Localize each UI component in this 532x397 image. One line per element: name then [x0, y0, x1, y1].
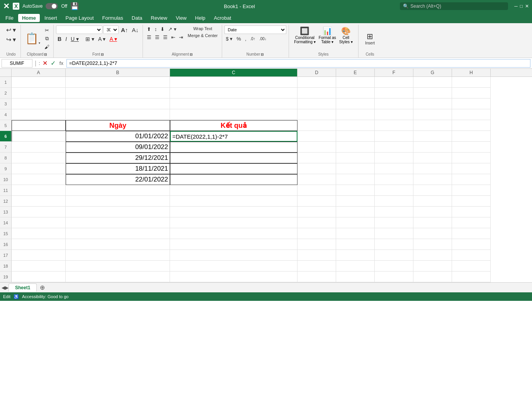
- cell-styles-button[interactable]: 🎨 Cell Styles ▾: [338, 25, 354, 45]
- cell-g13[interactable]: [413, 207, 452, 217]
- wrap-text-button[interactable]: Wrap Text: [186, 25, 219, 32]
- cell-h15[interactable]: [452, 228, 491, 239]
- cell-c13[interactable]: [170, 207, 297, 217]
- cell-b17[interactable]: [66, 250, 170, 261]
- cell-c16[interactable]: [170, 239, 297, 250]
- cell-e14[interactable]: [336, 217, 375, 228]
- cell-d14[interactable]: [297, 217, 336, 228]
- cell-g11[interactable]: [413, 185, 452, 196]
- cell-b1[interactable]: [66, 77, 170, 88]
- add-sheet-button[interactable]: ⊕: [37, 284, 47, 291]
- font-size-select[interactable]: 30: [103, 25, 119, 34]
- decrease-decimal-button[interactable]: .00↓: [258, 36, 268, 42]
- prev-sheet-button[interactable]: ◀: [2, 285, 5, 290]
- save-button[interactable]: 💾: [70, 2, 79, 10]
- cell-e13[interactable]: [336, 207, 375, 217]
- cell-d4[interactable]: [297, 109, 336, 120]
- cell-d17[interactable]: [297, 250, 336, 261]
- formula-colon-icon[interactable]: :: [39, 60, 40, 66]
- cancel-formula-button[interactable]: ✕: [42, 59, 48, 67]
- cell-f13[interactable]: [375, 207, 413, 217]
- angle-text-button[interactable]: ↗ ▾: [167, 25, 178, 33]
- cell-h18[interactable]: [452, 261, 491, 271]
- bottom-align-button[interactable]: ⬇: [159, 25, 166, 33]
- cell-g16[interactable]: [413, 239, 452, 250]
- cell-e4[interactable]: [336, 109, 375, 120]
- number-dialog-icon[interactable]: ⊟: [261, 53, 264, 56]
- cell-h4[interactable]: [452, 109, 491, 120]
- menu-help[interactable]: Help: [191, 14, 209, 22]
- cell-d7[interactable]: [297, 142, 336, 153]
- cell-d9[interactable]: [297, 163, 336, 174]
- cell-b15[interactable]: [66, 228, 170, 239]
- cell-g5[interactable]: [413, 120, 452, 131]
- indent-decrease-button[interactable]: ⇤: [170, 34, 177, 41]
- cell-c6[interactable]: =DATE(2022,1,1)-2*7: [170, 131, 297, 142]
- cell-h1[interactable]: [452, 77, 491, 88]
- cell-a8[interactable]: [12, 153, 66, 163]
- cell-g19[interactable]: [413, 271, 452, 282]
- left-align-button[interactable]: ☰: [145, 34, 153, 41]
- cell-f2[interactable]: [375, 88, 413, 98]
- cell-g17[interactable]: [413, 250, 452, 261]
- cut-button[interactable]: ✂: [43, 27, 51, 34]
- insert-button[interactable]: ⊞ Insert: [363, 31, 377, 46]
- accounting-button[interactable]: $ ▾: [224, 35, 235, 42]
- cell-c19[interactable]: [170, 271, 297, 282]
- cell-e8[interactable]: [336, 153, 375, 163]
- font-dialog-icon[interactable]: ⊟: [101, 53, 104, 56]
- cell-e1[interactable]: [336, 77, 375, 88]
- cell-h12[interactable]: [452, 196, 491, 207]
- alignment-dialog-icon[interactable]: ⊟: [190, 53, 193, 56]
- menu-home[interactable]: Home: [18, 14, 40, 22]
- cell-c7[interactable]: [170, 142, 297, 153]
- cell-h11[interactable]: [452, 185, 491, 196]
- cell-g15[interactable]: [413, 228, 452, 239]
- cell-e17[interactable]: [336, 250, 375, 261]
- cell-h17[interactable]: [452, 250, 491, 261]
- cell-c8[interactable]: [170, 153, 297, 163]
- cell-g18[interactable]: [413, 261, 452, 271]
- cell-g7[interactable]: [413, 142, 452, 153]
- cell-b3[interactable]: [66, 98, 170, 109]
- cell-g3[interactable]: [413, 98, 452, 109]
- col-header-c[interactable]: C: [170, 69, 297, 76]
- cell-f16[interactable]: [375, 239, 413, 250]
- format-painter-button[interactable]: 🖌: [43, 43, 51, 51]
- menu-insert[interactable]: Insert: [41, 14, 61, 22]
- sheet-tab-sheet1[interactable]: Sheet1: [8, 283, 37, 292]
- cell-g4[interactable]: [413, 109, 452, 120]
- cell-h3[interactable]: [452, 98, 491, 109]
- col-header-a[interactable]: A: [12, 69, 66, 76]
- cell-a17[interactable]: [12, 250, 66, 261]
- cell-f1[interactable]: [375, 77, 413, 88]
- cell-d11[interactable]: [297, 185, 336, 196]
- cell-h14[interactable]: [452, 217, 491, 228]
- autosave-toggle[interactable]: [46, 3, 58, 9]
- indent-increase-button[interactable]: ⇥: [177, 34, 185, 41]
- merge-center-button[interactable]: Merge & Center: [186, 32, 219, 39]
- cell-b14[interactable]: [66, 217, 170, 228]
- cell-a15[interactable]: [12, 228, 66, 239]
- cell-a12[interactable]: [12, 196, 66, 207]
- cell-b6[interactable]: 01/01/2022: [66, 131, 170, 142]
- search-bar[interactable]: 🔍 Search (Alt+Q): [400, 2, 508, 10]
- cell-g2[interactable]: [413, 88, 452, 98]
- cell-a13[interactable]: [12, 207, 66, 217]
- cell-h19[interactable]: [452, 271, 491, 282]
- redo-button[interactable]: ↪ ▾: [5, 35, 17, 44]
- copy-button[interactable]: ⧉: [43, 35, 51, 42]
- formula-input[interactable]: [66, 59, 530, 68]
- cell-c9[interactable]: [170, 163, 297, 174]
- cell-h9[interactable]: [452, 163, 491, 174]
- cell-f18[interactable]: [375, 261, 413, 271]
- col-header-h[interactable]: H: [452, 69, 491, 76]
- fill-color-button[interactable]: A ▾: [97, 35, 107, 43]
- underline-button[interactable]: U ▾: [69, 35, 80, 43]
- paste-button[interactable]: 📋 ▾: [23, 31, 42, 46]
- cell-e15[interactable]: [336, 228, 375, 239]
- font-shrink-button[interactable]: A↓: [130, 26, 140, 34]
- font-color-button[interactable]: A ▾: [108, 35, 118, 43]
- cell-c14[interactable]: [170, 217, 297, 228]
- cell-f11[interactable]: [375, 185, 413, 196]
